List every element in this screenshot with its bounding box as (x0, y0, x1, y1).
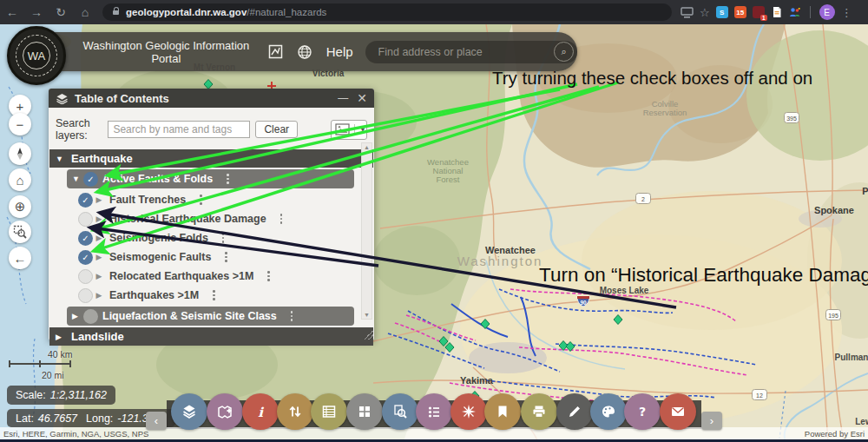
layer-menu-icon[interactable] (220, 231, 227, 245)
layer-row-historical-earthquake-damage[interactable]: ▶Historical Earthquake Damage (49, 209, 373, 228)
url-domain: geologyportal.dnr.wa.gov (126, 7, 247, 17)
expand-arrow-icon[interactable]: ▶ (93, 272, 105, 280)
layer-checkbox-relocated-earthquakes-1m[interactable] (78, 269, 93, 284)
layer-checkbox-fault-trenches[interactable]: ✓ (78, 193, 93, 208)
locate-icon[interactable]: ⊕ (9, 195, 31, 218)
clear-button[interactable]: Clear (255, 121, 298, 138)
layer-menu-icon[interactable] (223, 250, 229, 264)
browser-menu-icon[interactable]: ⋮ (841, 6, 852, 19)
expand-arrow-icon[interactable]: ▶ (56, 333, 67, 341)
toolbar-measure-button[interactable] (556, 393, 593, 430)
layer-row-liquefaction-seismic-site-class[interactable]: ▶Liquefaction & Seismic Site Class (67, 307, 354, 326)
layer-tree: ▼Earthquake▼✓Active Faults & Folds✓▶Faul… (49, 149, 374, 346)
orange-15-extension-icon[interactable]: 15 (734, 6, 746, 18)
expand-arrow-icon[interactable]: ▶ (93, 214, 105, 223)
browser-home-icon[interactable]: ⌂ (73, 5, 97, 19)
help-link[interactable]: Help (326, 44, 353, 59)
layer-search-input[interactable] (108, 121, 250, 138)
toolbar-query-button[interactable] (382, 393, 418, 430)
contacts-extension-icon[interactable] (789, 6, 801, 18)
toc-scrollbar[interactable]: ▲▼ (361, 142, 372, 320)
expand-arrow-icon[interactable]: ▶ (93, 291, 105, 300)
resize-handle-icon[interactable] (365, 331, 373, 340)
toolbar-table-button[interactable] (311, 393, 347, 430)
previous-extent-icon[interactable]: ← (9, 247, 31, 269)
layer-row-landslide[interactable]: ▶Landslide (49, 327, 373, 346)
toolbar-info-button[interactable]: i (242, 393, 279, 430)
collapse-arrow-icon[interactable]: ▼ (72, 175, 83, 183)
layer-row-fault-trenches[interactable]: ✓▶Fault Trenches (49, 190, 373, 209)
layer-row-earthquakes-1m[interactable]: ▶Earthquakes >1M (49, 286, 373, 305)
skype-extension-icon[interactable]: S (716, 6, 728, 18)
compass-icon[interactable] (9, 142, 31, 165)
zoom-out-icon[interactable]: − (9, 113, 31, 135)
layer-checkbox-historical-earthquake-damage[interactable] (78, 212, 93, 227)
toolbar-expand-right-button[interactable]: › (701, 412, 722, 430)
expand-arrow-icon[interactable]: ▶ (72, 312, 83, 320)
zoom-box-icon[interactable] (9, 221, 31, 243)
map-label-moses-lake: Moses Lake (600, 286, 649, 295)
search-icon[interactable]: ⌕ (554, 42, 574, 62)
toolbar-layers-button[interactable] (171, 393, 207, 430)
layer-checkbox-active-faults-folds[interactable]: ✓ (83, 172, 98, 187)
globe-icon[interactable] (297, 44, 312, 60)
layer-checkbox-seismogenic-folds[interactable]: ✓ (78, 231, 93, 246)
map-label-spokane: Spokane (814, 205, 854, 215)
layer-menu-icon[interactable] (225, 172, 231, 186)
shield-extension-icon[interactable]: 1 (753, 6, 765, 18)
layer-row-seismogenic-folds[interactable]: ✓▶Seismogenic Folds (49, 228, 373, 247)
toolbar-help-button[interactable]: ? (624, 393, 661, 430)
route-shield-395: 395 (785, 113, 799, 123)
route-shield-195: 195 (826, 310, 841, 320)
map-label-forest: Forest (437, 175, 460, 184)
layer-row-earthquake[interactable]: ▼Earthquake (49, 149, 373, 168)
minimize-icon[interactable]: — (338, 92, 348, 104)
toolbar-draw-button[interactable] (590, 393, 627, 430)
app-title: Washington Geologic Information Portal (78, 39, 254, 65)
toolbar-swipe-button[interactable] (277, 393, 313, 430)
url-bar[interactable]: geologyportal.dnr.wa.gov/#natural_hazard… (102, 3, 672, 21)
toolbar-coordinates-button[interactable] (450, 393, 487, 430)
layer-menu-icon[interactable] (266, 269, 272, 283)
layer-menu-icon[interactable] (279, 212, 285, 226)
svg-text:2: 2 (641, 196, 645, 202)
scroll-down-icon: ▼ (364, 312, 370, 318)
cast-icon[interactable] (681, 7, 694, 18)
layer-checkbox-earthquakes-1m[interactable] (78, 288, 93, 303)
collapse-arrow-icon[interactable]: ▼ (56, 155, 67, 163)
layer-row-relocated-earthquakes-1m[interactable]: ▶Relocated Earthquakes >1M (49, 267, 373, 286)
layer-checkbox-liquefaction-seismic-site-class[interactable] (83, 309, 98, 324)
toolbar-legend-button[interactable] (416, 393, 452, 430)
profile-avatar[interactable]: E (819, 4, 835, 20)
bookmark-star-icon[interactable]: ☆ (700, 6, 710, 19)
address-search-input[interactable] (377, 45, 554, 59)
toc-title: Table of Contents (75, 92, 329, 105)
toolbar-collapse-left-button[interactable]: ‹ (146, 412, 167, 430)
close-icon[interactable]: ✕ (357, 91, 367, 105)
toolbar-bookmarks-button[interactable] (484, 393, 521, 430)
layer-menu-icon[interactable] (289, 309, 295, 323)
expand-arrow-icon[interactable]: ▶ (93, 253, 105, 261)
sketch-tool-icon[interactable] (268, 44, 283, 59)
layer-menu-icon[interactable] (211, 288, 217, 302)
thumbnail-view-button[interactable]: ▼ (331, 120, 367, 140)
toc-header[interactable]: Table of Contents — ✕ (49, 89, 374, 108)
layer-checkbox-seismogenic-faults[interactable]: ✓ (78, 250, 93, 265)
home-icon[interactable]: ⌂ (9, 168, 31, 191)
layer-row-active-faults-folds[interactable]: ▼✓Active Faults & Folds (67, 169, 354, 188)
toolbar-contact-button[interactable] (660, 393, 696, 430)
layer-row-seismogenic-faults[interactable]: ✓▶Seismogenic Faults (49, 247, 373, 267)
browser-forward-icon[interactable]: → (24, 5, 49, 19)
docs-extension-icon[interactable] (771, 6, 783, 18)
toolbar-print-button[interactable] (521, 393, 557, 430)
layer-menu-icon[interactable] (198, 193, 204, 207)
layer-label: Liquefaction & Seismic Site Class (102, 310, 277, 322)
expand-arrow-icon[interactable]: ▶ (93, 234, 105, 242)
scale-readout: Scale:1:2,311,162 (7, 386, 115, 405)
browser-reload-icon[interactable]: ↻ (49, 5, 73, 19)
scalebar (9, 363, 71, 365)
expand-arrow-icon[interactable]: ▶ (93, 195, 105, 204)
toolbar-apps-button[interactable] (346, 393, 383, 430)
toolbar-add-map-button[interactable] (207, 393, 243, 430)
browser-back-icon[interactable]: ← (0, 5, 24, 19)
